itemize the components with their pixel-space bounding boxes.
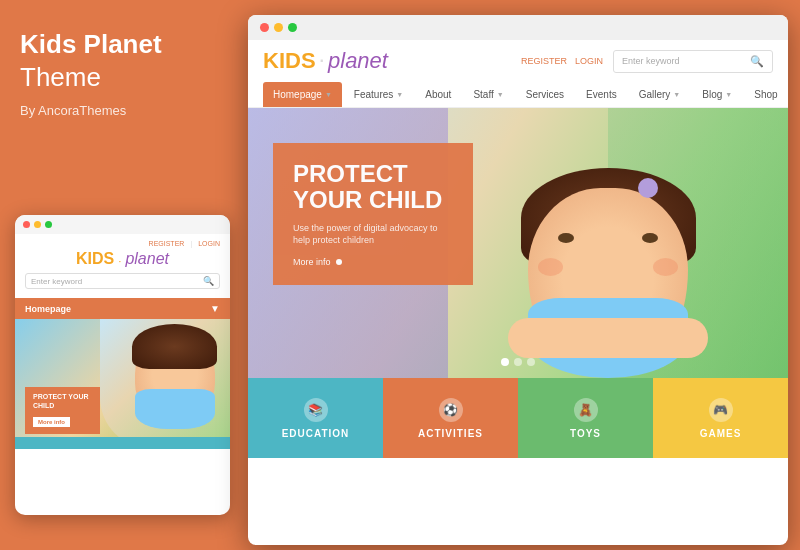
hero-cheek-right (653, 258, 678, 276)
nav-item-events[interactable]: Events (576, 82, 627, 107)
nav-item-services[interactable]: Services (516, 82, 574, 107)
mobile-mockup: REGISTER | LOGIN KIDS · planet Enter key… (15, 215, 230, 515)
nav-chevron-staff: ▼ (497, 91, 504, 98)
browser-dots-bar (248, 15, 788, 40)
slide-dot-1[interactable] (501, 358, 509, 366)
category-section: 📚 EDUCATION ⚽ ACTIVITIES 🧸 TOYS 🎮 GAMES (248, 378, 788, 458)
activities-icon: ⚽ (439, 398, 463, 422)
mobile-hero-title: PROTECT YOUR CHILD (33, 393, 92, 410)
category-education[interactable]: 📚 EDUCATION (248, 378, 383, 458)
nav-item-features[interactable]: Features ▼ (344, 82, 413, 107)
mobile-login-link[interactable]: LOGIN (198, 240, 220, 247)
mobile-search-icon[interactable]: 🔍 (203, 276, 214, 286)
mobile-dot-yellow (34, 221, 41, 228)
nav-item-about[interactable]: About (415, 82, 461, 107)
hero-arms (508, 318, 708, 358)
browser-topbar: KIDS · planet REGISTER LOGIN Enter keywo… (263, 48, 773, 74)
hero-slide-indicators (501, 358, 535, 366)
mobile-hero: PROTECT YOUR CHILD More info (15, 319, 230, 449)
activities-label: ACTIVITIES (418, 428, 483, 439)
nav-chevron-features: ▼ (396, 91, 403, 98)
nav-item-homepage[interactable]: Homepage ▼ (263, 82, 342, 107)
mobile-search-placeholder: Enter keyword (31, 277, 82, 286)
mobile-topbar: REGISTER | LOGIN (25, 240, 220, 247)
hero-more-dot (336, 259, 342, 265)
hero-hair-accessory (638, 178, 658, 198)
hero-title: PROTECT YOUR CHILD (293, 161, 453, 214)
mobile-dots-bar (15, 215, 230, 234)
hero-more-button[interactable]: More info (293, 257, 453, 267)
mobile-logo: KIDS · planet (25, 250, 220, 268)
games-label: GAMES (700, 428, 742, 439)
browser-search-icon[interactable]: 🔍 (750, 55, 764, 68)
browser-login-link[interactable]: LOGIN (575, 56, 603, 66)
mobile-hero-button[interactable]: More info (33, 417, 70, 427)
nav-chevron-homepage: ▼ (325, 91, 332, 98)
hero-description: Use the power of digital advocacy to hel… (293, 222, 453, 247)
browser-search-placeholder: Enter keyword (622, 56, 750, 66)
nav-item-shop[interactable]: Shop (744, 82, 787, 107)
mobile-child-image (100, 319, 230, 449)
browser-hero: PROTECT YOUR CHILD Use the power of digi… (248, 108, 788, 378)
hero-cheek-left (538, 258, 563, 276)
browser-dot-green[interactable] (288, 23, 297, 32)
mobile-child-shirt (135, 389, 215, 429)
browser-toplinks: REGISTER LOGIN (521, 56, 603, 66)
theme-author: By AncoraThemes (20, 103, 225, 118)
browser-dot-yellow[interactable] (274, 23, 283, 32)
browser-header: KIDS · planet REGISTER LOGIN Enter keywo… (248, 40, 788, 108)
mobile-header: REGISTER | LOGIN KIDS · planet Enter key… (15, 234, 230, 298)
hero-eye-left (558, 233, 574, 243)
browser-logo: KIDS · planet (263, 48, 388, 74)
mobile-nav[interactable]: Homepage ▼ (15, 298, 230, 319)
browser-register-link[interactable]: REGISTER (521, 56, 567, 66)
theme-title: Kids Planet Theme (20, 30, 225, 95)
nav-chevron-blog: ▼ (725, 91, 732, 98)
education-icon: 📚 (304, 398, 328, 422)
browser-search-bar[interactable]: Enter keyword 🔍 (613, 50, 773, 73)
toys-icon: 🧸 (574, 398, 598, 422)
hero-eye-right (642, 233, 658, 243)
category-games[interactable]: 🎮 GAMES (653, 378, 788, 458)
category-toys[interactable]: 🧸 TOYS (518, 378, 653, 458)
education-label: EDUCATION (282, 428, 350, 439)
games-icon: 🎮 (709, 398, 733, 422)
mobile-register-link[interactable]: REGISTER (149, 240, 185, 247)
slide-dot-2[interactable] (514, 358, 522, 366)
mobile-nav-label: Homepage (25, 304, 71, 314)
category-activities[interactable]: ⚽ ACTIVITIES (383, 378, 518, 458)
mobile-dot-red (23, 221, 30, 228)
mobile-dot-green (45, 221, 52, 228)
mobile-hero-content: PROTECT YOUR CHILD More info (25, 387, 100, 434)
hero-content-box: PROTECT YOUR CHILD Use the power of digi… (273, 143, 473, 285)
nav-item-staff[interactable]: Staff ▼ (463, 82, 513, 107)
mobile-nav-chevron: ▼ (210, 303, 220, 314)
slide-dot-3[interactable] (527, 358, 535, 366)
browser-mockup: KIDS · planet REGISTER LOGIN Enter keywo… (248, 15, 788, 545)
mobile-teal-bar (15, 437, 230, 449)
browser-nav: Homepage ▼ Features ▼ About Staff ▼ Serv… (263, 82, 773, 107)
nav-item-gallery[interactable]: Gallery ▼ (629, 82, 691, 107)
mobile-child-hair (132, 324, 217, 369)
left-panel: Kids Planet Theme By AncoraThemes REGIST… (0, 0, 245, 550)
browser-dot-red[interactable] (260, 23, 269, 32)
mobile-search-bar[interactable]: Enter keyword 🔍 (25, 273, 220, 289)
toys-label: TOYS (570, 428, 601, 439)
nav-item-blog[interactable]: Blog ▼ (692, 82, 742, 107)
nav-chevron-gallery: ▼ (673, 91, 680, 98)
